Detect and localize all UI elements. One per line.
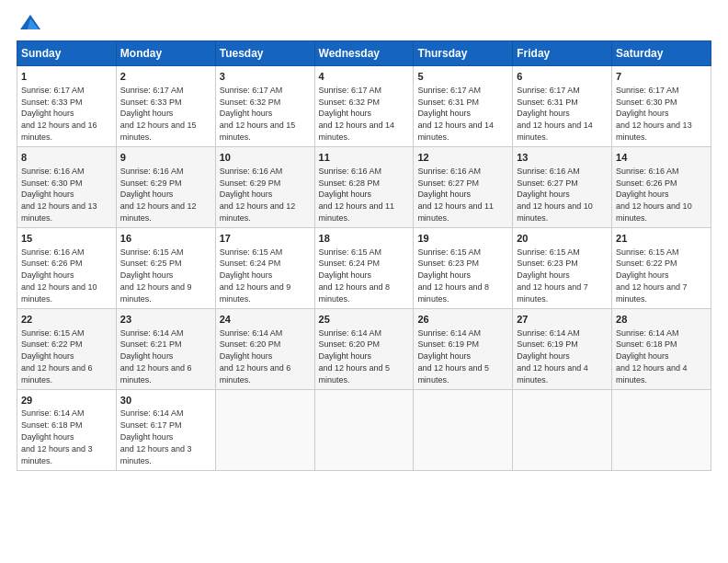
logo: [17, 17, 42, 33]
day-info: Sunrise: 6:14 AMSunset: 6:17 PMDaylight …: [120, 408, 192, 465]
calendar-cell: 30Sunrise: 6:14 AMSunset: 6:17 PMDayligh…: [116, 389, 215, 470]
col-header-monday: Monday: [116, 41, 215, 66]
calendar-cell: 23Sunrise: 6:14 AMSunset: 6:21 PMDayligh…: [116, 308, 215, 389]
day-info: Sunrise: 6:15 AMSunset: 6:23 PMDaylight …: [517, 247, 588, 304]
day-info: Sunrise: 6:15 AMSunset: 6:22 PMDaylight …: [21, 328, 93, 385]
day-number: 25: [319, 313, 410, 327]
col-header-sunday: Sunday: [17, 41, 117, 66]
day-number: 8: [21, 151, 112, 165]
day-number: 2: [120, 70, 211, 84]
calendar-cell: 22Sunrise: 6:15 AMSunset: 6:22 PMDayligh…: [17, 308, 117, 389]
calendar-cell: 9Sunrise: 6:16 AMSunset: 6:29 PMDaylight…: [116, 146, 215, 227]
day-number: 26: [417, 313, 508, 327]
day-number: 21: [616, 232, 707, 246]
week-row-4: 22Sunrise: 6:15 AMSunset: 6:22 PMDayligh…: [17, 308, 711, 389]
day-number: 16: [120, 232, 211, 246]
col-header-thursday: Thursday: [414, 41, 513, 66]
calendar-cell: 10Sunrise: 6:16 AMSunset: 6:29 PMDayligh…: [215, 146, 314, 227]
day-info: Sunrise: 6:16 AMSunset: 6:29 PMDaylight …: [120, 167, 197, 223]
calendar-cell: 4Sunrise: 6:17 AMSunset: 6:32 PMDaylight…: [314, 66, 414, 147]
calendar-cell: 8Sunrise: 6:16 AMSunset: 6:30 PMDaylight…: [17, 146, 117, 227]
calendar-cell: 12Sunrise: 6:16 AMSunset: 6:27 PMDayligh…: [414, 146, 513, 227]
day-number: 29: [21, 394, 112, 408]
calendar-cell: 26Sunrise: 6:14 AMSunset: 6:19 PMDayligh…: [414, 308, 513, 389]
calendar-cell: 5Sunrise: 6:17 AMSunset: 6:31 PMDaylight…: [414, 66, 513, 147]
calendar-table: SundayMondayTuesdayWednesdayThursdayFrid…: [17, 40, 711, 471]
calendar-cell: 24Sunrise: 6:14 AMSunset: 6:20 PMDayligh…: [215, 308, 314, 389]
week-row-1: 1Sunrise: 6:17 AMSunset: 6:33 PMDaylight…: [17, 66, 711, 147]
day-info: Sunrise: 6:15 AMSunset: 6:24 PMDaylight …: [220, 247, 291, 304]
day-number: 10: [220, 151, 311, 165]
calendar-cell: 2Sunrise: 6:17 AMSunset: 6:33 PMDaylight…: [116, 66, 215, 147]
day-info: Sunrise: 6:15 AMSunset: 6:22 PMDaylight …: [616, 247, 688, 304]
day-number: 5: [417, 70, 508, 84]
day-number: 15: [21, 232, 112, 246]
calendar-cell: 11Sunrise: 6:16 AMSunset: 6:28 PMDayligh…: [314, 146, 414, 227]
day-number: 23: [120, 313, 211, 327]
week-row-3: 15Sunrise: 6:16 AMSunset: 6:26 PMDayligh…: [17, 227, 711, 308]
day-info: Sunrise: 6:17 AMSunset: 6:33 PMDaylight …: [21, 86, 97, 142]
calendar-cell: 28Sunrise: 6:14 AMSunset: 6:18 PMDayligh…: [612, 308, 711, 389]
header: [17, 17, 711, 33]
day-number: 19: [417, 232, 508, 246]
calendar-cell: 15Sunrise: 6:16 AMSunset: 6:26 PMDayligh…: [17, 227, 117, 308]
calendar-cell: [215, 389, 314, 470]
col-header-wednesday: Wednesday: [314, 41, 414, 66]
day-number: 28: [616, 313, 707, 327]
calendar-cell: 6Sunrise: 6:17 AMSunset: 6:31 PMDaylight…: [513, 66, 612, 147]
day-number: 11: [319, 151, 410, 165]
col-header-saturday: Saturday: [612, 41, 711, 66]
calendar-cell: [314, 389, 414, 470]
day-number: 1: [21, 70, 112, 84]
calendar-cell: 27Sunrise: 6:14 AMSunset: 6:19 PMDayligh…: [513, 308, 612, 389]
day-number: 12: [417, 151, 508, 165]
calendar-cell: 14Sunrise: 6:16 AMSunset: 6:26 PMDayligh…: [612, 146, 711, 227]
calendar-cell: 18Sunrise: 6:15 AMSunset: 6:24 PMDayligh…: [314, 227, 414, 308]
day-number: 14: [616, 151, 707, 165]
day-info: Sunrise: 6:15 AMSunset: 6:24 PMDaylight …: [319, 247, 391, 304]
day-info: Sunrise: 6:16 AMSunset: 6:26 PMDaylight …: [616, 167, 692, 223]
day-info: Sunrise: 6:17 AMSunset: 6:30 PMDaylight …: [616, 86, 692, 142]
calendar-cell: 20Sunrise: 6:15 AMSunset: 6:23 PMDayligh…: [513, 227, 612, 308]
logo-icon: [18, 13, 42, 33]
calendar-cell: 29Sunrise: 6:14 AMSunset: 6:18 PMDayligh…: [17, 389, 117, 470]
calendar-cell: 3Sunrise: 6:17 AMSunset: 6:32 PMDaylight…: [215, 66, 314, 147]
day-number: 24: [220, 313, 311, 327]
day-info: Sunrise: 6:16 AMSunset: 6:27 PMDaylight …: [517, 167, 593, 223]
day-number: 13: [517, 151, 608, 165]
day-info: Sunrise: 6:17 AMSunset: 6:31 PMDaylight …: [417, 86, 494, 142]
day-info: Sunrise: 6:14 AMSunset: 6:21 PMDaylight …: [120, 328, 192, 385]
calendar-cell: 16Sunrise: 6:15 AMSunset: 6:25 PMDayligh…: [116, 227, 215, 308]
day-number: 20: [517, 232, 608, 246]
day-info: Sunrise: 6:15 AMSunset: 6:23 PMDaylight …: [417, 247, 489, 304]
day-info: Sunrise: 6:15 AMSunset: 6:25 PMDaylight …: [120, 247, 192, 304]
calendar-cell: 21Sunrise: 6:15 AMSunset: 6:22 PMDayligh…: [612, 227, 711, 308]
day-number: 17: [220, 232, 311, 246]
day-info: Sunrise: 6:14 AMSunset: 6:19 PMDaylight …: [417, 328, 489, 385]
page: SundayMondayTuesdayWednesdayThursdayFrid…: [0, 0, 728, 563]
header-row: SundayMondayTuesdayWednesdayThursdayFrid…: [17, 41, 711, 66]
day-info: Sunrise: 6:17 AMSunset: 6:32 PMDaylight …: [319, 86, 395, 142]
day-info: Sunrise: 6:17 AMSunset: 6:33 PMDaylight …: [120, 86, 197, 142]
day-info: Sunrise: 6:16 AMSunset: 6:30 PMDaylight …: [21, 167, 97, 223]
calendar-cell: [414, 389, 513, 470]
day-info: Sunrise: 6:16 AMSunset: 6:29 PMDaylight …: [220, 167, 296, 223]
day-number: 7: [616, 70, 707, 84]
day-number: 6: [517, 70, 608, 84]
col-header-friday: Friday: [513, 41, 612, 66]
day-number: 30: [120, 394, 211, 408]
calendar-cell: [612, 389, 711, 470]
day-info: Sunrise: 6:17 AMSunset: 6:32 PMDaylight …: [220, 86, 296, 142]
day-info: Sunrise: 6:14 AMSunset: 6:20 PMDaylight …: [319, 328, 391, 385]
calendar-cell: [513, 389, 612, 470]
calendar-cell: 7Sunrise: 6:17 AMSunset: 6:30 PMDaylight…: [612, 66, 711, 147]
day-info: Sunrise: 6:16 AMSunset: 6:26 PMDaylight …: [21, 247, 97, 304]
day-info: Sunrise: 6:14 AMSunset: 6:19 PMDaylight …: [517, 328, 588, 385]
calendar-cell: 13Sunrise: 6:16 AMSunset: 6:27 PMDayligh…: [513, 146, 612, 227]
day-number: 27: [517, 313, 608, 327]
day-info: Sunrise: 6:14 AMSunset: 6:18 PMDaylight …: [21, 408, 93, 465]
day-number: 3: [220, 70, 311, 84]
calendar-cell: 1Sunrise: 6:17 AMSunset: 6:33 PMDaylight…: [17, 66, 117, 147]
day-number: 9: [120, 151, 211, 165]
day-info: Sunrise: 6:14 AMSunset: 6:18 PMDaylight …: [616, 328, 688, 385]
